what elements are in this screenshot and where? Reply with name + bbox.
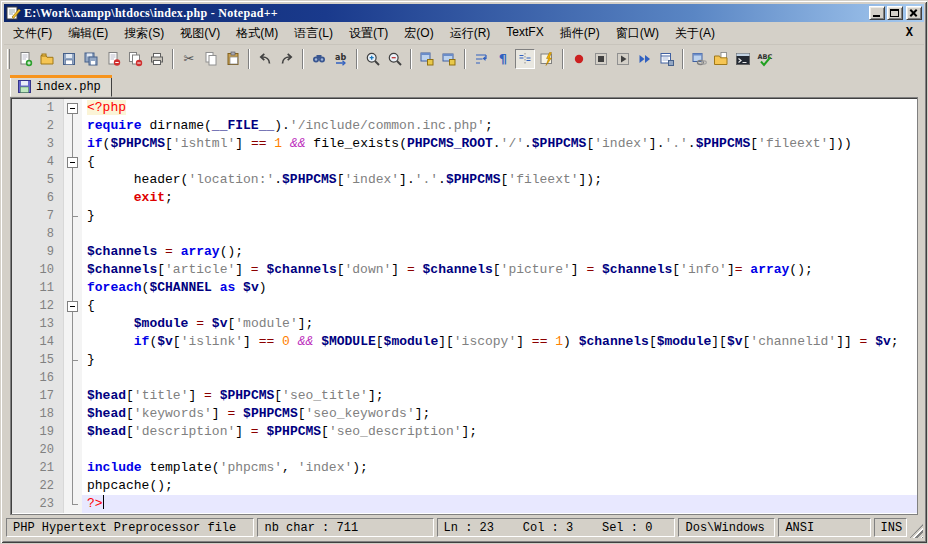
spell-check-button[interactable]: ABC	[755, 49, 775, 69]
toolbar-grip[interactable]	[7, 49, 10, 69]
line-number: 21	[12, 459, 64, 477]
code-line[interactable]: 2require dirname(__FILE__).'/include/com…	[12, 117, 917, 135]
macro-run-multiple-button[interactable]	[635, 49, 655, 69]
menu-item-2[interactable]: 编辑(E)	[60, 22, 116, 45]
close-button[interactable]	[906, 6, 922, 20]
code-text: <?php	[82, 99, 917, 117]
code-line[interactable]: 18$head['keywords'] = $PHPCMS['seo_keywo…	[12, 405, 917, 423]
replace-button[interactable]: ab	[331, 49, 351, 69]
macro-play-button[interactable]	[613, 49, 633, 69]
close-button[interactable]	[103, 49, 123, 69]
maximize-button[interactable]	[887, 6, 903, 20]
panel-link-button[interactable]	[689, 49, 709, 69]
paste-button[interactable]	[223, 49, 243, 69]
sync-scroll-v-icon	[419, 51, 435, 67]
code-text: if($v['islink'] == 0 && $MODULE[$module]…	[82, 333, 917, 351]
code-line[interactable]: 8	[12, 225, 917, 243]
sync-scroll-v-button[interactable]	[417, 49, 437, 69]
find-button[interactable]	[309, 49, 329, 69]
print-button[interactable]	[147, 49, 167, 69]
code-line[interactable]: 10$channels['article'] = $channels['down…	[12, 261, 917, 279]
code-line[interactable]: 4{	[12, 153, 917, 171]
zoom-out-button[interactable]	[385, 49, 405, 69]
menu-item-5[interactable]: 格式(M)	[228, 22, 286, 45]
code-line[interactable]: 20	[12, 441, 917, 459]
save-button[interactable]	[59, 49, 79, 69]
cut-button[interactable]: ✂	[179, 49, 199, 69]
code-area[interactable]: 1<?php2require dirname(__FILE__).'/inclu…	[12, 99, 917, 513]
code-line[interactable]: 9$channels = array();	[12, 243, 917, 261]
zoom-in-button[interactable]	[363, 49, 383, 69]
new-file-button[interactable]	[15, 49, 35, 69]
code-line[interactable]: 7}	[12, 207, 917, 225]
macro-save-button[interactable]	[657, 49, 677, 69]
code-line[interactable]: 17$head['title'] = $PHPCMS['seo_title'];	[12, 387, 917, 405]
close-all-button[interactable]	[125, 49, 145, 69]
menu-item-7[interactable]: 设置(T)	[341, 22, 396, 45]
menu-item-6[interactable]: 语言(L)	[286, 22, 341, 45]
print-icon	[149, 51, 165, 67]
macro-record-button[interactable]	[569, 49, 589, 69]
code-line[interactable]: 22phpcache();	[12, 477, 917, 495]
menu-item-11[interactable]: 插件(P)	[552, 22, 608, 45]
code-line[interactable]: 15}	[12, 351, 917, 369]
code-line[interactable]: 12{	[12, 297, 917, 315]
code-line[interactable]: 19$head['description'] = $PHPCMS['seo_de…	[12, 423, 917, 441]
code-line[interactable]: 6 exit;	[12, 189, 917, 207]
fold-collapse-button[interactable]	[64, 99, 82, 117]
menu-item-12[interactable]: 窗口(W)	[608, 22, 667, 45]
open-button[interactable]	[37, 49, 57, 69]
fold-guide	[64, 171, 82, 189]
code-line[interactable]: 3if($PHPCMS['ishtml'] == 1 && file_exist…	[12, 135, 917, 153]
close-icon	[105, 51, 121, 67]
line-number: 12	[12, 297, 64, 315]
code-line[interactable]: 13 $module = $v['module'];	[12, 315, 917, 333]
toolbar-separator	[464, 49, 466, 69]
sync-scroll-h-button[interactable]	[439, 49, 459, 69]
menu-item-3[interactable]: 搜索(S)	[116, 22, 172, 45]
console-button[interactable]	[733, 49, 753, 69]
show-all-chars-button[interactable]: ¶	[493, 49, 513, 69]
menu-item-8[interactable]: 宏(O)	[396, 22, 441, 45]
menu-items: 文件(F)编辑(E)搜索(S)视图(V)格式(M)语言(L)设置(T)宏(O)运…	[5, 22, 896, 45]
code-text: $module = $v['module'];	[82, 315, 917, 333]
fold-collapse-button[interactable]	[64, 297, 82, 315]
undo-button[interactable]	[255, 49, 275, 69]
function-list-button[interactable]	[537, 49, 557, 69]
svg-text:ab: ab	[335, 53, 346, 62]
code-line[interactable]: 5 header('location:'.$PHPCMS['index'].'.…	[12, 171, 917, 189]
close-document-button[interactable]: X	[896, 26, 923, 40]
copy-button[interactable]	[201, 49, 221, 69]
redo-button[interactable]	[277, 49, 297, 69]
menu-item-9[interactable]: 运行(R)	[442, 22, 499, 45]
line-number: 14	[12, 333, 64, 351]
tab-index-php[interactable]: index.php	[10, 75, 112, 97]
resize-grip[interactable]	[910, 524, 923, 538]
word-wrap-button[interactable]	[471, 49, 491, 69]
macro-stop-button[interactable]	[591, 49, 611, 69]
indent-guide-button[interactable]	[515, 49, 535, 69]
fold-guide	[64, 279, 82, 297]
toolbar-separator	[410, 49, 412, 69]
menu-item-13[interactable]: 关于(A)	[667, 22, 723, 45]
code-line[interactable]: 23?>	[12, 495, 917, 513]
menu-item-4[interactable]: 视图(V)	[172, 22, 228, 45]
code-line[interactable]: 11foreach($CHANNEL as $v)	[12, 279, 917, 297]
close-all-icon	[127, 51, 143, 67]
editor[interactable]: 1<?php2require dirname(__FILE__).'/inclu…	[10, 97, 918, 515]
code-line[interactable]: 14 if($v['islink'] == 0 && $MODULE[$modu…	[12, 333, 917, 351]
fold-guide	[64, 135, 82, 153]
code-line[interactable]: 21include template('phpcms', 'index');	[12, 459, 917, 477]
code-text: $channels['article'] = $channels['down']…	[82, 261, 917, 279]
line-number: 20	[12, 441, 64, 459]
code-line[interactable]: 1<?php	[12, 99, 917, 117]
minimize-button[interactable]	[869, 6, 885, 20]
menu-item-1[interactable]: 文件(F)	[5, 22, 60, 45]
fold-collapse-button[interactable]	[64, 153, 82, 171]
save-all-button[interactable]	[81, 49, 101, 69]
title-bar[interactable]: E:\Work\xampp\htdocs\index.php - Notepad…	[4, 4, 924, 22]
macro-save-icon	[659, 51, 675, 67]
code-line[interactable]: 16	[12, 369, 917, 387]
open-folder-button[interactable]	[711, 49, 731, 69]
menu-item-10[interactable]: TextFX	[498, 22, 551, 45]
